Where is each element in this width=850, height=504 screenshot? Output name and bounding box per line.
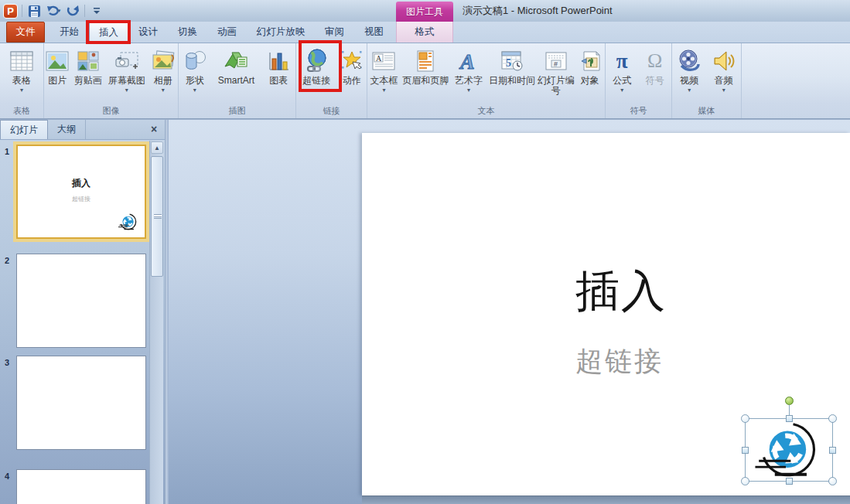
tab-animations[interactable]: 动画 (207, 22, 247, 43)
resize-handle-nw[interactable] (741, 414, 749, 423)
tab-design[interactable]: 设计 (128, 22, 168, 43)
slide-thumbnail-2[interactable] (16, 254, 146, 348)
thumbnail-recycle-image (118, 213, 138, 234)
slide-number-button[interactable]: # 幻灯片编号 (538, 46, 575, 96)
audio-button[interactable]: 音频 ▾ (708, 46, 740, 94)
chevron-down-icon[interactable]: ▾ (58, 8, 61, 14)
wordart-button[interactable]: A 艺术字 ▾ (451, 46, 486, 94)
selected-image-frame[interactable] (745, 418, 833, 482)
powerpoint-logo[interactable]: P (3, 4, 18, 19)
tab-insert[interactable]: 插入 (89, 22, 128, 43)
scrollbar-thumb[interactable] (151, 156, 163, 277)
ribbon: 表格 ▾ 表格 图片 剪贴画 (0, 43, 850, 119)
text-box-button[interactable]: A 文本框 ▾ (367, 46, 400, 94)
slide-thumbnail-3[interactable] (16, 356, 146, 450)
undo-icon[interactable]: ▾ (46, 3, 61, 19)
picture-tools-context-header: 图片工具 (396, 2, 453, 22)
object-icon (577, 47, 603, 75)
ribbon-group-illustrations: 形状 ▾ SmartArt 图表 插图 (179, 43, 296, 118)
panel-scrollbar[interactable]: ▲ (149, 141, 163, 504)
screenshot-icon (114, 47, 140, 75)
button-label: 幻灯片编号 (538, 76, 575, 96)
table-button[interactable]: 表格 ▾ (2, 46, 42, 94)
tab-slides-panel[interactable]: 幻灯片 (0, 120, 48, 139)
tab-slide-show[interactable]: 幻灯片放映 (247, 22, 315, 43)
photo-album-button[interactable]: 相册 ▾ (148, 46, 178, 94)
resize-handle-n[interactable] (786, 415, 793, 422)
hyperlink-button[interactable]: 超链接 (296, 46, 336, 86)
ribbon-group-images: 图片 剪贴画 屏幕截图 ▾ (44, 43, 179, 118)
button-label: SmartArt (218, 76, 254, 86)
close-icon[interactable]: × (147, 122, 161, 136)
resize-handle-sw[interactable] (741, 477, 749, 485)
chevron-down-icon: ▾ (162, 87, 165, 94)
tab-transitions[interactable]: 切换 (168, 22, 207, 43)
button-label: 图片 (48, 76, 67, 86)
group-label-text: 文本 (367, 105, 605, 118)
button-label: 相册 (154, 76, 172, 86)
ribbon-tab-row: 文件 开始 插入 设计 切换 动画 幻灯片放映 审阅 视图 格式 (0, 22, 850, 43)
scroll-up-icon[interactable]: ▲ (151, 141, 163, 154)
resize-handle-ne[interactable] (828, 414, 837, 423)
resize-handle-w[interactable] (742, 447, 749, 454)
tab-review[interactable]: 审阅 (315, 22, 354, 43)
symbol-omega-icon: Ω (642, 47, 668, 75)
rotation-handle[interactable] (785, 397, 794, 405)
chart-button[interactable]: 图表 (263, 46, 294, 86)
recycle-logo-image[interactable] (749, 421, 829, 479)
photo-album-icon (150, 47, 176, 75)
clip-art-button[interactable]: 剪贴画 (71, 46, 105, 86)
divider (22, 5, 22, 17)
tab-home[interactable]: 开始 (49, 22, 89, 43)
picture-button[interactable]: 图片 (44, 46, 71, 86)
tab-view[interactable]: 视图 (354, 22, 394, 43)
save-icon[interactable] (26, 3, 42, 19)
chart-icon (265, 47, 292, 75)
button-label: 日期和时间 (489, 76, 535, 86)
thumbnail-subtitle: 超链接 (18, 195, 145, 203)
picture-icon (44, 47, 70, 75)
title-bar: P ▾ 图片工具 演示文稿1 - Microsoft PowerPoint (0, 0, 850, 22)
symbol-button[interactable]: Ω 符号 (640, 46, 671, 86)
button-label: 对象 (581, 76, 599, 86)
button-label: 屏幕截图 (108, 76, 145, 86)
resize-handle-e[interactable] (829, 447, 836, 454)
screenshot-button[interactable]: 屏幕截图 ▾ (105, 46, 148, 94)
smartart-icon (223, 47, 249, 75)
button-label: 超链接 (302, 76, 330, 86)
hyperlink-globe-icon (303, 47, 329, 75)
svg-text:A: A (376, 54, 382, 63)
slide-title-text[interactable]: 插入 (575, 262, 667, 322)
button-label: 剪贴画 (74, 76, 102, 86)
slide-number: 1 (5, 147, 9, 156)
slide-subtitle-text[interactable]: 超链接 (575, 343, 664, 380)
slide-thumbnail-1[interactable]: 插入 超链接 (16, 145, 146, 239)
slide-thumbnail-4[interactable] (16, 469, 146, 504)
video-icon (676, 47, 702, 75)
audio-icon (711, 47, 737, 75)
group-label-images: 图像 (44, 105, 178, 118)
object-button[interactable]: 对象 (575, 46, 605, 86)
header-footer-button[interactable]: 页眉和页脚 (401, 46, 450, 86)
date-time-button[interactable]: 5 日期和时间 (487, 46, 537, 86)
ribbon-group-symbols: π 公式 ▾ Ω 符号 符号 (606, 43, 672, 118)
resize-handle-s[interactable] (786, 478, 793, 485)
tab-file[interactable]: 文件 (6, 22, 45, 43)
tab-format[interactable]: 格式 (396, 22, 453, 43)
button-label: 图表 (269, 76, 288, 86)
group-label-symbols: 符号 (606, 105, 671, 118)
video-button[interactable]: 视频 ▾ (673, 46, 705, 94)
thumbnail-title: 插入 (18, 177, 145, 190)
equation-pi-icon: π (609, 47, 635, 75)
wordart-icon: A (456, 47, 482, 75)
tab-outline-panel[interactable]: 大纲 (48, 120, 86, 139)
equation-button[interactable]: π 公式 ▾ (606, 46, 637, 94)
button-label: 形状 (186, 76, 204, 86)
slide-canvas[interactable]: 插入 超链接 (362, 133, 850, 495)
resize-handle-se[interactable] (828, 477, 837, 485)
redo-icon[interactable] (65, 3, 80, 19)
action-button[interactable]: 动作 (337, 46, 367, 86)
smartart-button[interactable]: SmartArt (212, 46, 260, 86)
customize-toolbar-icon[interactable] (89, 3, 104, 19)
shapes-button[interactable]: 形状 ▾ (180, 46, 210, 94)
